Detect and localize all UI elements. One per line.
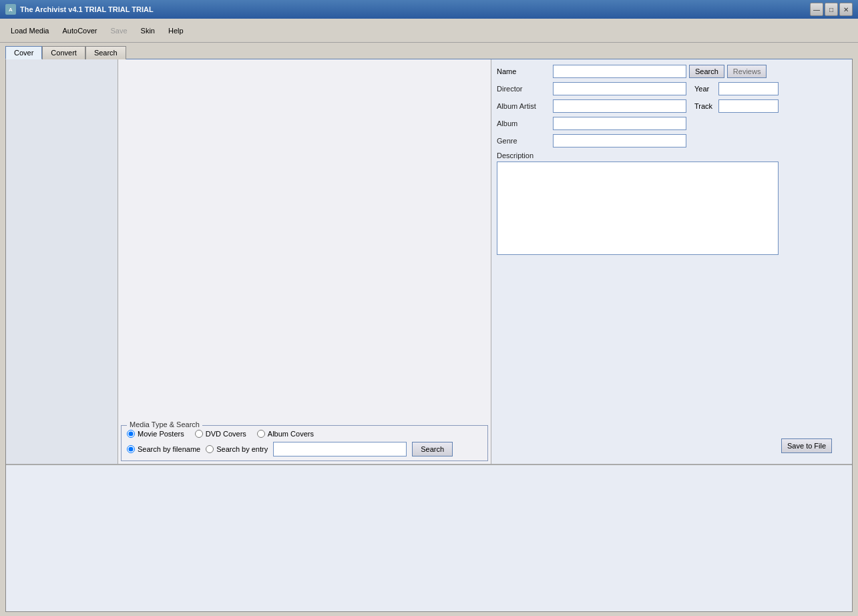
upper-section: Media Type & Search Movie Posters DVD Co… [6, 59, 852, 465]
lower-section [6, 465, 852, 611]
radio-movie-posters-input[interactable] [127, 430, 135, 438]
maximize-button[interactable]: □ [825, 3, 838, 16]
app-icon: A [5, 4, 16, 15]
description-section: Description [497, 151, 779, 256]
name-input[interactable] [553, 65, 686, 78]
close-button[interactable]: ✕ [839, 3, 853, 16]
title-bar: A The Archivist v4.1 TRIAL TRIAL TRIAL —… [0, 0, 858, 19]
center-panel: Media Type & Search Movie Posters DVD Co… [118, 59, 491, 464]
radio-search-entry[interactable]: Search by entry [206, 445, 268, 453]
radio-dvd-covers-input[interactable] [195, 430, 203, 438]
title-bar-controls: — □ ✕ [810, 3, 853, 16]
album-artist-row: Album Artist Track [497, 99, 779, 113]
media-search-legend: Media Type & Search [127, 420, 202, 428]
menu-autocover[interactable]: AutoCover [57, 24, 103, 37]
radio-album-covers[interactable]: Album Covers [257, 430, 314, 438]
album-artist-input[interactable] [553, 99, 686, 113]
track-label: Track [689, 102, 716, 110]
menu-save[interactable]: Save [105, 24, 132, 37]
track-input[interactable] [718, 99, 779, 113]
year-input[interactable] [718, 82, 779, 95]
album-row: Album [497, 117, 779, 130]
menu-help[interactable]: Help [163, 24, 189, 37]
radio-search-filename-input[interactable] [127, 445, 135, 453]
reviews-button[interactable]: Reviews [727, 65, 767, 78]
radio-search-entry-input[interactable] [206, 445, 214, 453]
radio-movie-posters[interactable]: Movie Posters [127, 430, 184, 438]
menu-load-media[interactable]: Load Media [5, 24, 55, 37]
album-artist-label: Album Artist [497, 102, 550, 110]
description-textarea[interactable] [497, 162, 779, 255]
right-panel: Name Search Reviews Director Year Album … [491, 59, 852, 464]
radio-album-covers-input[interactable] [257, 430, 265, 438]
genre-input[interactable] [553, 134, 686, 147]
main-content: Media Type & Search Movie Posters DVD Co… [5, 59, 853, 612]
media-search-section: Media Type & Search Movie Posters DVD Co… [121, 425, 488, 461]
description-label: Description [497, 151, 779, 160]
minimize-button[interactable]: — [810, 3, 823, 16]
radio-dvd-covers[interactable]: DVD Covers [195, 430, 246, 438]
save-to-file-container: Save to File [781, 65, 832, 458]
right-panel-fields: Name Search Reviews Director Year Album … [497, 65, 779, 458]
radio-search-filename[interactable]: Search by filename [127, 445, 200, 453]
save-to-file-button[interactable]: Save to File [781, 438, 832, 453]
genre-row: Genre [497, 134, 779, 147]
name-label: Name [497, 67, 550, 75]
search-name-button[interactable]: Search [689, 65, 724, 78]
album-input[interactable] [553, 117, 686, 130]
year-label: Year [689, 85, 716, 93]
director-label: Director [497, 85, 550, 93]
menu-bar: Load Media AutoCover Save Skin Help [0, 19, 858, 43]
media-search-input[interactable] [273, 442, 407, 456]
cover-area [118, 59, 491, 422]
title-bar-text: The Archivist v4.1 TRIAL TRIAL TRIAL [20, 5, 154, 13]
director-row: Director Year [497, 82, 779, 95]
media-type-radio-group: Movie Posters DVD Covers Album Covers [127, 430, 482, 438]
media-search-row: Search by filename Search by entry Searc… [127, 442, 482, 456]
tab-convert[interactable]: Convert [42, 46, 85, 59]
name-row: Name Search Reviews [497, 65, 779, 78]
album-label: Album [497, 119, 550, 127]
director-input[interactable] [553, 82, 686, 95]
left-panel [6, 59, 118, 464]
media-search-button[interactable]: Search [412, 442, 453, 456]
tabs-bar: Cover Convert Search [0, 43, 858, 59]
title-bar-left: A The Archivist v4.1 TRIAL TRIAL TRIAL [5, 4, 154, 15]
menu-skin[interactable]: Skin [136, 24, 160, 37]
tab-cover[interactable]: Cover [5, 46, 42, 59]
genre-label: Genre [497, 137, 550, 145]
tab-search[interactable]: Search [85, 46, 126, 59]
